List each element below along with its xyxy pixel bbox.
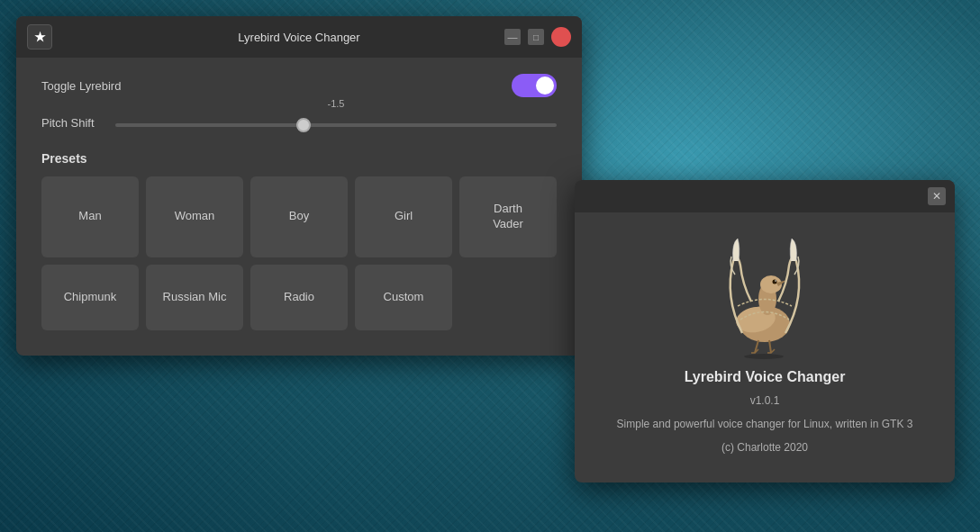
preset-girl-button[interactable]: Girl xyxy=(355,176,452,257)
about-title-bar: ✕ xyxy=(575,180,955,212)
pitch-value: -1.5 xyxy=(328,98,345,109)
presets-label: Presets xyxy=(41,151,557,166)
main-window: ★ Lyrebird Voice Changer — □ Toggle Lyre… xyxy=(16,16,582,356)
about-app-name: Lyrebird Voice Changer xyxy=(685,369,846,385)
about-window: ✕ xyxy=(575,180,955,482)
pitch-row: Pitch Shift -1.5 xyxy=(41,113,557,131)
preset-custom-button[interactable]: Custom xyxy=(355,265,452,330)
svg-point-4 xyxy=(773,280,777,284)
svg-line-7 xyxy=(769,340,771,353)
preset-russian-mic-button[interactable]: Russian Mic xyxy=(146,265,243,330)
preset-darth-vader-button[interactable]: DarthVader xyxy=(459,176,557,257)
pitch-slider-container: -1.5 xyxy=(115,113,557,131)
pitch-shift-section: Pitch Shift -1.5 xyxy=(41,113,557,131)
presets-row2: Chipmunk Russian Mic Radio Custom xyxy=(41,265,557,330)
svg-point-8 xyxy=(744,354,784,359)
bird-illustration xyxy=(706,234,823,360)
about-description: Simple and powerful voice changer for Li… xyxy=(617,416,913,432)
minimize-button[interactable]: — xyxy=(504,29,521,45)
pitch-slider[interactable] xyxy=(115,123,557,127)
maximize-button[interactable]: □ xyxy=(528,29,544,45)
about-close-button[interactable]: ✕ xyxy=(928,187,946,205)
about-copyright: (c) Charlotte 2020 xyxy=(721,441,808,454)
toggle-label: Toggle Lyrebird xyxy=(41,79,121,93)
toggle-row: Toggle Lyrebird xyxy=(41,74,557,97)
pitch-label: Pitch Shift xyxy=(41,116,104,130)
window-title: Lyrebird Voice Changer xyxy=(238,31,359,44)
about-content: Lyrebird Voice Changer v1.0.1 Simple and… xyxy=(575,212,955,482)
preset-man-button[interactable]: Man xyxy=(41,176,139,257)
about-version: v1.0.1 xyxy=(750,394,780,407)
presets-section: Presets Man Woman Boy Girl DarthVader xyxy=(41,151,557,330)
app-logo-icon: ★ xyxy=(27,24,52,50)
presets-row1: Man Woman Boy Girl DarthVader xyxy=(41,176,557,257)
svg-point-5 xyxy=(775,280,776,282)
preset-empty-slot xyxy=(459,265,557,330)
preset-chipmunk-button[interactable]: Chipmunk xyxy=(41,265,139,330)
window-controls: — □ xyxy=(504,27,571,47)
window-content: Toggle Lyrebird Pitch Shift -1.5 Presets xyxy=(16,58,582,356)
toggle-switch[interactable] xyxy=(512,74,557,97)
title-bar: ★ Lyrebird Voice Changer — □ xyxy=(16,16,582,58)
preset-radio-button[interactable]: Radio xyxy=(250,265,348,330)
close-button[interactable] xyxy=(551,27,571,47)
preset-boy-button[interactable]: Boy xyxy=(250,176,348,257)
preset-woman-button[interactable]: Woman xyxy=(146,176,243,257)
